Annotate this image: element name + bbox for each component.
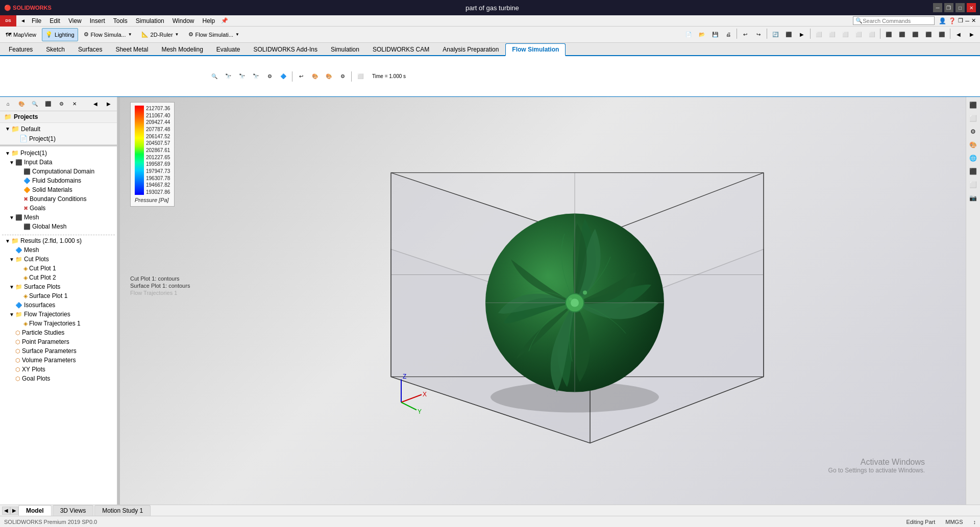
- menu-insert[interactable]: Insert: [86, 16, 109, 26]
- tab-model[interactable]: Model: [18, 505, 52, 516]
- tree-global-mesh[interactable]: ⬛ Global Mesh: [0, 222, 117, 231]
- maximize-button[interactable]: □: [955, 3, 965, 12]
- input-data-toggle[interactable]: ▼: [8, 160, 15, 165]
- flow-traj-toggle[interactable]: ▼: [8, 312, 15, 317]
- minimize-button[interactable]: ─: [933, 3, 942, 12]
- vr-btn4[interactable]: 🔭: [250, 70, 262, 83]
- window-close-icon[interactable]: ✕: [971, 17, 976, 24]
- vr-btn11[interactable]: ⬜: [354, 70, 366, 83]
- tree-surface-params[interactable]: ⬡ Surface Parameters: [0, 346, 117, 356]
- tree-surface-plot1[interactable]: ◈ Surface Plot 1: [0, 291, 117, 300]
- vr-btn7[interactable]: ↩: [295, 70, 307, 83]
- rp-view-orientation[interactable]: ⬛: [967, 99, 979, 111]
- tb-play[interactable]: ▶: [796, 29, 808, 41]
- lighting-button[interactable]: 💡 Lighting: [42, 28, 78, 41]
- search-input[interactable]: [863, 18, 924, 24]
- window-min-icon[interactable]: ─: [965, 18, 969, 24]
- view-close[interactable]: ✕: [68, 98, 81, 110]
- tb-redo[interactable]: ↪: [752, 29, 765, 41]
- help-icon[interactable]: ❓: [948, 17, 956, 24]
- vr-btn3[interactable]: 🔭: [236, 70, 248, 83]
- menu-nav-back[interactable]: ◄: [18, 18, 28, 23]
- tab-nav-right[interactable]: ▶: [10, 507, 18, 515]
- tree-goal-plots[interactable]: ⬡ Goal Plots: [0, 374, 117, 383]
- user-icon[interactable]: 👤: [939, 17, 946, 24]
- flow-sim2-button[interactable]: ⚙ Flow Simulati... ▼: [185, 28, 243, 41]
- tab-sw-cam[interactable]: SOLIDWORKS CAM: [366, 43, 436, 55]
- viewport[interactable]: 212707.36 211067.40 209427.44 207787.48 …: [120, 97, 966, 505]
- cut-plots-toggle[interactable]: ▼: [8, 257, 15, 262]
- rp-hide-show[interactable]: ⚙: [967, 126, 979, 138]
- vr-btn1[interactable]: 🔍: [208, 70, 220, 83]
- close-button[interactable]: ✕: [967, 3, 976, 12]
- rp-section-view[interactable]: ⬜: [967, 179, 979, 191]
- tree-goals[interactable]: ✖ Goals: [0, 204, 117, 213]
- menu-help[interactable]: Help: [198, 16, 219, 26]
- tree-xy-plots[interactable]: ⬡ XY Plots: [0, 365, 117, 374]
- tree-surface-plots[interactable]: ▼ 📁 Surface Plots: [0, 282, 117, 291]
- tab-features[interactable]: Features: [2, 43, 39, 55]
- tb-new[interactable]: 📄: [682, 29, 695, 41]
- menu-pin[interactable]: 📌: [219, 17, 230, 24]
- tab-nav-left[interactable]: ◀: [2, 507, 10, 515]
- vr-btn8[interactable]: 🎨: [309, 70, 321, 83]
- tab-3d-views[interactable]: 3D Views: [53, 505, 93, 516]
- tree-cut-plot1[interactable]: ◈ Cut Plot 1: [0, 264, 117, 273]
- flow-sim1-button[interactable]: ⚙ Flow Simula... ▼: [80, 28, 136, 41]
- tree-results[interactable]: ▼ 📁 Results (2.fld, 1.000 s): [0, 236, 117, 245]
- tab-mesh-modeling[interactable]: Mesh Modeling: [155, 43, 209, 55]
- rp-realview[interactable]: ⬛: [967, 165, 979, 178]
- tab-surfaces[interactable]: Surfaces: [71, 43, 109, 55]
- tree-mesh[interactable]: ▼ ⬛ Mesh: [0, 213, 117, 222]
- tb-options2[interactable]: ⬜: [826, 29, 838, 41]
- tree-project1[interactable]: ▼ 📁 Project(1): [0, 148, 117, 158]
- tree-solid-mat[interactable]: 🔶 Solid Materials: [0, 185, 117, 194]
- tab-evaluate[interactable]: Evaluate: [210, 43, 247, 55]
- tab-sketch[interactable]: Sketch: [39, 43, 71, 55]
- mesh-toggle[interactable]: ▼: [8, 215, 15, 220]
- tree-cut-plot2[interactable]: ◈ Cut Plot 2: [0, 273, 117, 282]
- tb-options3[interactable]: ⬜: [839, 29, 851, 41]
- view-expand2[interactable]: ▶: [103, 98, 115, 110]
- tb-save[interactable]: 💾: [709, 29, 721, 41]
- tab-flow-simulation[interactable]: Flow Simulation: [505, 43, 566, 56]
- view-filter[interactable]: 🔍: [29, 98, 41, 110]
- view-home[interactable]: ⌂: [2, 98, 14, 110]
- rp-camera[interactable]: 📷: [967, 192, 979, 204]
- menu-view[interactable]: View: [64, 16, 86, 26]
- tree-item-default[interactable]: ▼ 📁 Default: [2, 124, 115, 134]
- tree-fluid-sub[interactable]: 🔷 Fluid Subdomains: [0, 176, 117, 185]
- tb-undo[interactable]: ↩: [739, 29, 751, 41]
- rp-display-style[interactable]: ⬜: [967, 112, 979, 124]
- mapview-button[interactable]: 🗺 MapView: [2, 28, 40, 41]
- window-restore-icon[interactable]: ❐: [958, 17, 963, 24]
- tb-snap4[interactable]: ⬛: [922, 29, 935, 41]
- tree-volume-params[interactable]: ⬡ Volume Parameters: [0, 356, 117, 365]
- restore-button[interactable]: ❐: [944, 3, 953, 12]
- vr-btn5[interactable]: ⚙: [263, 70, 276, 83]
- view-expand[interactable]: ⬛: [42, 98, 54, 110]
- tb-open[interactable]: 📂: [696, 29, 708, 41]
- tb-rebuild[interactable]: 🔄: [769, 29, 781, 41]
- tb-options1[interactable]: ⬜: [813, 29, 825, 41]
- tb-nav-prev[interactable]: ◀: [952, 29, 965, 41]
- tree-flow-traj[interactable]: ▼ 📁 Flow Trajectories: [0, 310, 117, 319]
- tree-input-data[interactable]: ▼ ⬛ Input Data: [0, 158, 117, 167]
- tb-options4[interactable]: ⬜: [852, 29, 865, 41]
- tb-snap5[interactable]: ⬛: [936, 29, 948, 41]
- tab-sheet-metal[interactable]: Sheet Metal: [109, 43, 155, 55]
- default-toggle[interactable]: ▼: [4, 126, 11, 132]
- view-color[interactable]: 🎨: [15, 98, 28, 110]
- menu-window[interactable]: Window: [168, 16, 199, 26]
- tab-simulation[interactable]: Simulation: [324, 43, 366, 55]
- tree-mesh2[interactable]: 🔷 Mesh: [0, 245, 117, 255]
- tree-item-project1-top[interactable]: 📄 Project(1): [2, 134, 115, 143]
- tree-point-params[interactable]: ⬡ Point Parameters: [0, 337, 117, 346]
- proj1-toggle[interactable]: ▼: [4, 150, 11, 156]
- vr-btn9[interactable]: 🎨: [323, 70, 335, 83]
- rp-scene[interactable]: 🌐: [967, 152, 979, 164]
- tab-motion-study[interactable]: Motion Study 1: [94, 505, 151, 516]
- tree-cut-plots[interactable]: ▼ 📁 Cut Plots: [0, 255, 117, 264]
- tb-nav-next[interactable]: ▶: [966, 29, 978, 41]
- tb-rebuild2[interactable]: ⬛: [782, 29, 795, 41]
